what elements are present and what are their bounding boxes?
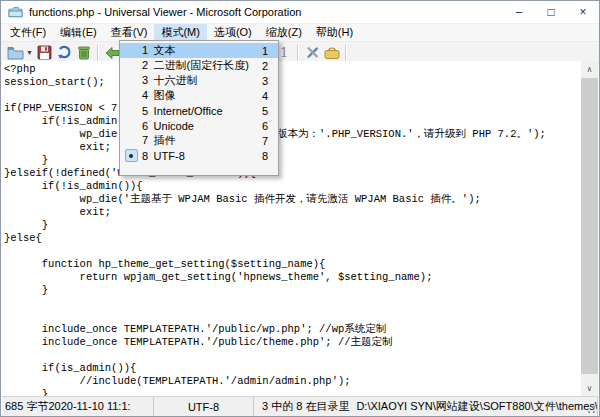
title-bar: functions.php - Universal Viewer - Micro…	[1, 1, 599, 24]
status-file-path: D:\XIAOYI SYN\网站建设\SOFT880\文件\themes\hpn…	[356, 399, 598, 414]
code-line: if(PHP_VERSION < 7.2){	[4, 102, 580, 115]
code-line: if(!is_admin()){	[4, 180, 580, 193]
menu-item-label: 3 十六进制	[142, 73, 198, 88]
menu-item-shortcut: 8	[262, 150, 278, 162]
code-line: include_once TEMPLATEPATH.'/public/theme…	[4, 336, 580, 349]
window-controls: – □ ×	[503, 1, 599, 23]
menu-item-label: 2 二进制(固定行长度)	[142, 58, 249, 73]
status-bar: 685 字节2020-11-10 11:1: UTF-8 3 中的 8 在目录里…	[2, 396, 598, 416]
code-line: exit;	[4, 206, 580, 219]
mode-menu-item-plugins[interactable]: 7 插件7	[120, 133, 278, 148]
code-line: }	[4, 388, 580, 396]
menu-item-shortcut: 6	[262, 120, 278, 132]
status-encoding: UTF-8	[154, 397, 254, 416]
code-line: }else{	[4, 232, 580, 245]
code-line: }	[4, 284, 580, 297]
open-folder-icon[interactable]	[5, 44, 25, 62]
code-line: wp_die('主题要求更高版本，当前 PHP 版本为：'.PHP_VERSIO…	[4, 128, 580, 141]
tools-icon[interactable]	[302, 44, 322, 62]
status-position-info: 3 中的 8 在目录里	[262, 399, 349, 414]
mode-menu-item-text[interactable]: 1 文本1	[120, 43, 278, 58]
status-position-and-path: 3 中的 8 在目录里 D:\XIAOYI SYN\网站建设\SOFT880\文…	[254, 397, 598, 416]
status-file-info: 685 字节2020-11-10 11:1:	[2, 397, 154, 416]
minimize-button[interactable]: –	[503, 1, 535, 23]
menubar-item-zoom[interactable]: 缩放(Z)	[259, 24, 309, 41]
code-line: return wpjam_get_setting('hpnews_theme',…	[4, 271, 580, 284]
selected-radio-icon	[125, 149, 138, 162]
code-line	[4, 245, 580, 258]
code-line	[4, 89, 580, 102]
close-button[interactable]: ×	[567, 1, 599, 23]
code-line	[4, 349, 580, 362]
menu-item-label: 6 Unicode	[142, 120, 194, 132]
toolbar-separator	[97, 45, 99, 61]
code-line: }	[4, 154, 580, 167]
menubar-item-edit[interactable]: 编辑(E)	[53, 24, 104, 41]
mode-dropdown-menu: 1 文本12 二进制(固定行长度)23 十六进制34 图像45 Internet…	[119, 40, 279, 176]
code-line: if(!is_admin()){	[4, 115, 580, 128]
mode-menu-item-utf8[interactable]: 8 UTF-88	[120, 148, 278, 163]
code-line: wp_die('主题基于 WPJAM Basic 插件开发，请先激活 WPJAM…	[4, 193, 580, 206]
menu-item-label: 1 文本	[142, 43, 176, 58]
mode-menu-item-image[interactable]: 4 图像4	[120, 88, 278, 103]
scrollbar-thumb[interactable]	[581, 78, 598, 374]
code-line: if(is_admin()){	[4, 362, 580, 375]
code-line: include_once TEMPLATEPATH.'/public/wp.ph…	[4, 323, 580, 336]
code-line: exit;	[4, 141, 580, 154]
menu-item-label: 5 Internet/Office	[142, 105, 223, 117]
package-icon[interactable]	[322, 44, 342, 62]
menu-item-shortcut: 4	[262, 90, 278, 102]
app-icon	[8, 6, 23, 18]
menubar-item-view[interactable]: 查看(V)	[104, 24, 155, 41]
menubar-item-help[interactable]: 帮助(H)	[309, 24, 360, 41]
mode-menu-item-binary[interactable]: 2 二进制(固定行长度)2	[120, 58, 278, 73]
code-line: <?php	[4, 63, 580, 76]
window-title: functions.php - Universal Viewer - Micro…	[29, 6, 301, 18]
code-line: }	[4, 219, 580, 232]
menu-item-shortcut: 3	[262, 75, 278, 87]
menu-item-shortcut: 5	[262, 105, 278, 117]
menu-item-shortcut: 1	[262, 45, 278, 57]
open-dropdown-arrow-icon[interactable]: ▼	[25, 44, 34, 62]
code-view[interactable]: <?phpsession_start(); if(PHP_VERSION < 7…	[4, 63, 580, 396]
menu-bar: 文件(F)编辑(E)查看(V)模式(M)选项(O)缩放(Z)帮助(H)	[1, 24, 599, 42]
editor-area: <?phpsession_start(); if(PHP_VERSION < 7…	[2, 61, 598, 396]
code-line: function hp_theme_get_setting($setting_n…	[4, 258, 580, 271]
code-line	[4, 310, 580, 323]
save-icon[interactable]	[34, 44, 54, 62]
reload-icon[interactable]	[54, 44, 74, 62]
code-line: session_start();	[4, 76, 580, 89]
code-line: }elseif(!defined('WPJAM_BASIC_PLUGIN')){	[4, 167, 580, 180]
scroll-up-icon[interactable]: ∧	[581, 61, 598, 77]
mode-menu-item-hex[interactable]: 3 十六进制3	[120, 73, 278, 88]
menu-item-label: 7 插件	[142, 133, 176, 148]
maximize-button[interactable]: □	[535, 1, 567, 23]
menubar-item-options[interactable]: 选项(O)	[207, 24, 259, 41]
resize-grip[interactable]	[585, 403, 597, 415]
menu-item-shortcut: 2	[262, 60, 278, 72]
trash-icon[interactable]	[74, 44, 94, 62]
toolbar-separator	[345, 45, 347, 61]
menu-item-gutter	[120, 149, 142, 162]
menubar-item-file[interactable]: 文件(F)	[3, 24, 53, 41]
menu-item-label: 4 图像	[142, 88, 176, 103]
menu-item-label: 8 UTF-8	[142, 150, 185, 162]
app-window: functions.php - Universal Viewer - Micro…	[0, 0, 600, 417]
menu-item-shortcut: 7	[262, 135, 278, 147]
code-line	[4, 297, 580, 310]
toolbar-separator	[297, 45, 299, 61]
mode-menu-item-internet-office[interactable]: 5 Internet/Office5	[120, 103, 278, 118]
vertical-scrollbar[interactable]: ∧ ∨	[581, 61, 598, 396]
mode-menu-item-unicode[interactable]: 6 Unicode6	[120, 118, 278, 133]
menubar-item-mode[interactable]: 模式(M)	[154, 24, 207, 41]
code-line: //include(TEMPLATEPATH.'/admin/admin.php…	[4, 375, 580, 388]
scroll-down-icon[interactable]: ∨	[581, 380, 598, 396]
